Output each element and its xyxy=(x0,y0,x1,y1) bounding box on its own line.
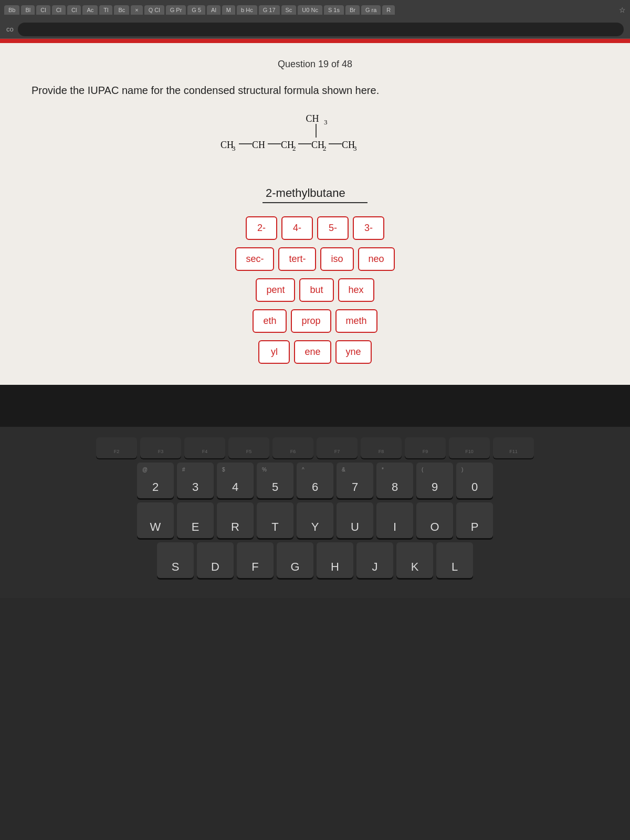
key-7[interactable]: & 7 xyxy=(337,463,373,498)
tab-br[interactable]: Br xyxy=(345,5,360,15)
tile-sec[interactable]: sec- xyxy=(235,247,274,271)
tab-r[interactable]: R xyxy=(382,5,395,15)
key-4[interactable]: $ 4 xyxy=(217,463,254,498)
address-bar[interactable] xyxy=(18,23,624,36)
tab-m[interactable]: M xyxy=(222,5,235,15)
key-p[interactable]: P xyxy=(456,502,493,538)
tab-x[interactable]: × xyxy=(131,5,142,15)
answer-input-area: 2-methylbutane xyxy=(32,184,598,203)
key-f7[interactable]: F7 xyxy=(317,437,358,458)
key-u[interactable]: U xyxy=(337,502,373,538)
tile-prop[interactable]: prop xyxy=(291,309,331,333)
key-f10[interactable]: F10 xyxy=(449,437,490,458)
key-f4[interactable]: F4 xyxy=(184,437,225,458)
dark-bottom-bar xyxy=(0,385,630,427)
tab-gra[interactable]: G ra xyxy=(361,5,381,15)
tile-yl[interactable]: yl xyxy=(258,340,290,364)
number-row: @ 2 # 3 $ 4 % 5 ^ 6 & 7 * 8 ( 9 xyxy=(16,463,614,498)
key-j[interactable]: J xyxy=(356,542,393,578)
key-3[interactable]: # 3 xyxy=(177,463,214,498)
tile-5-[interactable]: 5- xyxy=(317,216,349,240)
key-f8[interactable]: F8 xyxy=(361,437,402,458)
chemical-structure: CH 3 CH 3 CH CH 2 CH 2 CH 3 xyxy=(32,112,598,169)
tile-eth[interactable]: eth xyxy=(253,309,287,333)
browser-chrome: Bb Bl Cl Cl Cl Ac Tl Bc × Q Cl G Pr G 5 … xyxy=(0,0,630,20)
tab-al[interactable]: Al xyxy=(207,5,220,15)
key-o[interactable]: O xyxy=(416,502,453,538)
tiles-row-3: pent but hex xyxy=(256,278,374,302)
tile-3-[interactable]: 3- xyxy=(353,216,384,240)
tile-iso[interactable]: iso xyxy=(320,247,353,271)
tab-g17[interactable]: G 17 xyxy=(259,5,280,15)
tab-s1s[interactable]: S 1s xyxy=(324,5,344,15)
svg-text:CH: CH xyxy=(306,113,319,124)
key-2[interactable]: @ 2 xyxy=(137,463,174,498)
tile-tert[interactable]: tert- xyxy=(278,247,316,271)
tab-bc[interactable]: Bc xyxy=(114,5,129,15)
question-header: Question 19 of 48 xyxy=(32,59,598,70)
tiles-section: 2- 4- 5- 3- sec- tert- iso neo pent but … xyxy=(32,216,598,364)
co-label[interactable]: co xyxy=(6,25,14,33)
tab-cl3[interactable]: Cl xyxy=(67,5,81,15)
svg-text:CH: CH xyxy=(252,140,265,150)
tab-tl[interactable]: Tl xyxy=(99,5,112,15)
tab-bhc[interactable]: b Hc xyxy=(237,5,257,15)
tab-sc[interactable]: Sc xyxy=(281,5,297,15)
tile-but[interactable]: but xyxy=(299,278,333,302)
key-t[interactable]: T xyxy=(257,502,293,538)
tab-bl[interactable]: Bl xyxy=(21,5,35,15)
key-5[interactable]: % 5 xyxy=(257,463,293,498)
tab-bb[interactable]: Bb xyxy=(4,5,19,15)
tiles-row-4: eth prop meth xyxy=(253,309,377,333)
key-f9[interactable]: F9 xyxy=(405,437,446,458)
key-f[interactable]: F xyxy=(237,542,274,578)
tile-neo[interactable]: neo xyxy=(358,247,395,271)
svg-text:3: 3 xyxy=(324,118,328,126)
fn-key-row: F2 F3 F4 F5 F6 F7 F8 F9 F10 F11 xyxy=(16,437,614,458)
tile-hex[interactable]: hex xyxy=(338,278,374,302)
tile-yne[interactable]: yne xyxy=(335,340,372,364)
svg-text:3: 3 xyxy=(353,144,357,152)
tile-4-[interactable]: 4- xyxy=(281,216,313,240)
tiles-row-2: sec- tert- iso neo xyxy=(235,247,394,271)
svg-text:2: 2 xyxy=(323,144,327,152)
key-0[interactable]: ) 0 xyxy=(456,463,493,498)
tile-2-[interactable]: 2- xyxy=(246,216,277,240)
key-8[interactable]: * 8 xyxy=(376,463,413,498)
key-l[interactable]: L xyxy=(436,542,473,578)
tab-cl1[interactable]: Cl xyxy=(36,5,50,15)
key-h[interactable]: H xyxy=(317,542,353,578)
qwerty-row-1: W E R T Y U I O P xyxy=(16,502,614,538)
tab-ac[interactable]: Ac xyxy=(82,5,98,15)
key-9[interactable]: ( 9 xyxy=(416,463,453,498)
chemical-svg: CH 3 CH 3 CH CH 2 CH 2 CH 3 xyxy=(215,112,415,165)
key-g[interactable]: G xyxy=(277,542,313,578)
key-f2[interactable]: F2 xyxy=(96,437,137,458)
tile-pent[interactable]: pent xyxy=(256,278,295,302)
key-s[interactable]: S xyxy=(157,542,194,578)
key-r[interactable]: R xyxy=(217,502,254,538)
key-y[interactable]: Y xyxy=(297,502,333,538)
key-i[interactable]: I xyxy=(376,502,413,538)
key-f6[interactable]: F6 xyxy=(272,437,313,458)
key-f11[interactable]: F11 xyxy=(493,437,534,458)
answer-display: 2-methylbutane xyxy=(262,184,368,203)
bookmark-icon[interactable]: ☆ xyxy=(619,6,626,14)
key-d[interactable]: D xyxy=(197,542,234,578)
tile-ene[interactable]: ene xyxy=(294,340,331,364)
tab-gpr[interactable]: G Pr xyxy=(166,5,186,15)
quiz-content: Question 19 of 48 Provide the IUPAC name… xyxy=(0,43,630,385)
tab-g5[interactable]: G 5 xyxy=(187,5,205,15)
key-f3[interactable]: F3 xyxy=(140,437,181,458)
key-e[interactable]: E xyxy=(177,502,214,538)
question-number: Question 19 of 48 xyxy=(32,59,598,70)
key-f5[interactable]: F5 xyxy=(228,437,269,458)
key-w[interactable]: W xyxy=(137,502,174,538)
tile-meth[interactable]: meth xyxy=(335,309,377,333)
key-k[interactable]: K xyxy=(396,542,433,578)
red-top-bar xyxy=(0,39,630,43)
tab-cl2[interactable]: Cl xyxy=(52,5,66,15)
tab-u0nc[interactable]: U0 Nc xyxy=(298,5,322,15)
key-6[interactable]: ^ 6 xyxy=(297,463,333,498)
tab-qcl[interactable]: Q Cl xyxy=(144,5,164,15)
